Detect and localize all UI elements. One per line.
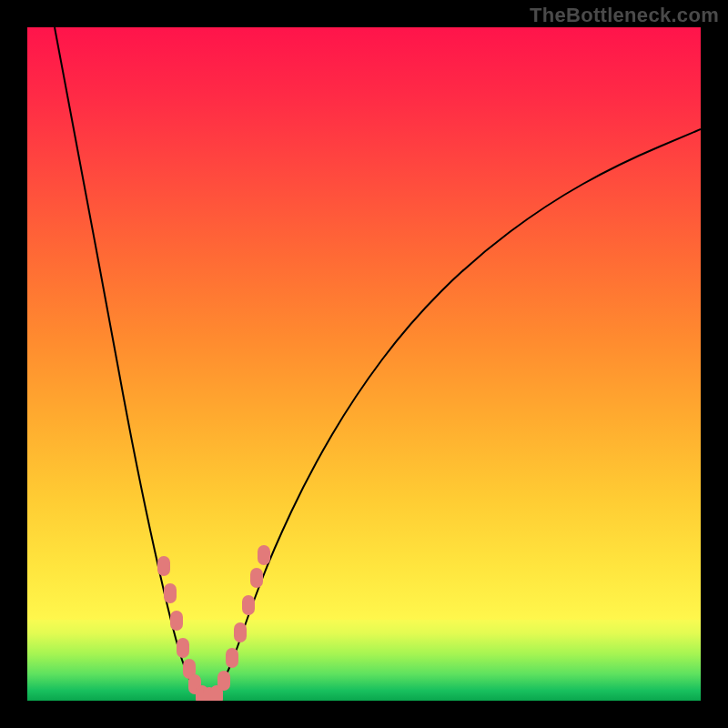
marker-point — [234, 622, 247, 642]
marker-point — [177, 638, 189, 658]
marker-point — [226, 648, 238, 668]
markers-group — [157, 545, 270, 701]
plot-area — [27, 27, 701, 701]
chart-frame: TheBottleneck.com — [0, 0, 728, 728]
marker-point — [164, 583, 177, 603]
right-curve — [206, 129, 701, 699]
chart-svg — [27, 27, 701, 701]
marker-point — [170, 611, 183, 631]
marker-point — [157, 556, 170, 576]
marker-point — [258, 545, 270, 565]
left-curve — [55, 27, 206, 699]
marker-point — [242, 595, 255, 615]
watermark-text: TheBottleneck.com — [530, 4, 719, 27]
marker-point — [217, 671, 230, 691]
marker-point — [250, 568, 263, 588]
